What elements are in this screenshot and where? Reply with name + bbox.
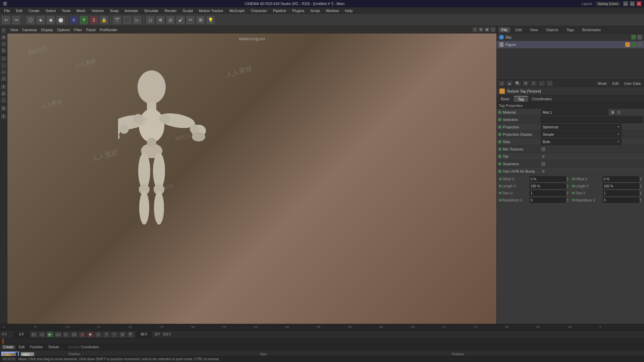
- lt-point[interactable]: ·: [1, 62, 7, 68]
- tl-play-forward[interactable]: ▶: [47, 331, 53, 338]
- mat-tab-create[interactable]: Create: [1, 345, 15, 349]
- offset-u-arrows[interactable]: ▲▼: [567, 177, 569, 181]
- prop-value-side[interactable]: Both: [541, 139, 622, 145]
- tl-record[interactable]: ●: [79, 331, 86, 338]
- length-u-arrows[interactable]: ▲▼: [567, 184, 569, 188]
- vp-prorender[interactable]: ProRender: [100, 28, 117, 32]
- menu-motiontracker[interactable]: Motion Tracker: [196, 8, 226, 13]
- menu-mograph[interactable]: MoGraph: [227, 8, 248, 13]
- menu-plugins[interactable]: Plugins: [289, 8, 307, 13]
- vp-display[interactable]: Display: [41, 28, 53, 32]
- menu-render[interactable]: Render: [162, 8, 179, 13]
- menu-snap[interactable]: Snap: [107, 8, 121, 13]
- prop-value-projection[interactable]: Spherical: [541, 124, 622, 130]
- menu-window[interactable]: Window: [323, 8, 341, 13]
- lt-paint[interactable]: 🖌: [1, 90, 7, 97]
- tl-render-anim[interactable]: P: [127, 331, 134, 338]
- lt-object[interactable]: □: [1, 56, 7, 62]
- new-object-button[interactable]: ⬡: [26, 15, 35, 25]
- tl-motion-path[interactable]: ~: [111, 331, 118, 338]
- menu-create[interactable]: Create: [26, 8, 42, 13]
- lt-polygon[interactable]: ⬡: [1, 76, 7, 82]
- menu-script[interactable]: Script: [308, 8, 322, 13]
- maximize-button[interactable]: □: [630, 1, 635, 6]
- scissor-button[interactable]: ✂: [186, 15, 195, 25]
- vp-fullscreen[interactable]: ⬚: [490, 27, 496, 32]
- playback-button[interactable]: ▷: [132, 15, 142, 25]
- undo-button[interactable]: ↩: [1, 15, 11, 25]
- tl-play-back[interactable]: ◁◁: [55, 331, 61, 338]
- menu-help[interactable]: Help: [342, 8, 356, 13]
- length-v-arrows[interactable]: ▲▼: [640, 184, 642, 188]
- sky-vis-icon[interactable]: [631, 35, 636, 40]
- menu-sculpt[interactable]: Sculpt: [180, 8, 196, 13]
- render-button[interactable]: ◈: [36, 15, 45, 25]
- prop-check-tile[interactable]: ✓: [541, 154, 546, 159]
- minimize-button[interactable]: —: [623, 1, 628, 6]
- tab-view[interactable]: View: [527, 27, 541, 33]
- props-tb-search[interactable]: 🔍: [514, 80, 521, 86]
- sphere-button[interactable]: ◎: [166, 15, 175, 25]
- vp-cameras[interactable]: Cameras: [22, 28, 37, 32]
- lt-special[interactable]: $: [1, 113, 7, 119]
- lt-snap[interactable]: ⊞: [1, 105, 7, 111]
- tiles-v-arrows[interactable]: ▲▼: [640, 191, 642, 195]
- tl-end-frame[interactable]: [137, 332, 152, 337]
- figure-lock-icon[interactable]: [637, 42, 642, 47]
- rep-v-input[interactable]: [603, 197, 639, 203]
- tl-record-key[interactable]: ◇: [95, 331, 102, 338]
- tab-edit[interactable]: Edit: [513, 27, 525, 33]
- film-button[interactable]: 🎬: [112, 15, 122, 25]
- prop-check-mixtex[interactable]: [541, 147, 546, 152]
- mat-tab-edit[interactable]: Edit: [17, 345, 26, 349]
- lt-rotate[interactable]: ↻: [1, 48, 7, 54]
- props-tb-settings[interactable]: ⚙: [522, 80, 529, 86]
- tab-objects[interactable]: Objects: [543, 27, 561, 33]
- props-mode-label[interactable]: Mode: [596, 81, 609, 85]
- props-userdata-label[interactable]: User Data: [622, 81, 643, 85]
- rep-v-arrows[interactable]: ▲▼: [640, 198, 642, 202]
- vp-render-view[interactable]: ◉: [484, 27, 490, 32]
- props-tb-del[interactable]: −: [538, 80, 545, 86]
- tag-tab-basic[interactable]: Basic: [497, 96, 514, 102]
- close-button[interactable]: ✕: [637, 1, 641, 6]
- tl-cache[interactable]: ⊡: [119, 331, 126, 338]
- vp-cam[interactable]: ⊕: [478, 27, 484, 32]
- menu-simulate[interactable]: Simulate: [142, 8, 161, 13]
- props-tb-left[interactable]: ◁: [498, 80, 505, 86]
- paint-button[interactable]: 🖌: [176, 15, 185, 25]
- tl-keyframe[interactable]: ?: [103, 331, 110, 338]
- tab-bookmarks[interactable]: Bookmarks: [580, 27, 603, 33]
- move-button[interactable]: ⊕: [156, 15, 165, 25]
- tag-tab-coordinates[interactable]: Coordinates: [528, 96, 556, 102]
- render-to-picture-button[interactable]: ⬤: [56, 15, 65, 25]
- lt-scale[interactable]: ⤢: [1, 41, 7, 47]
- menu-pipeline[interactable]: Pipeline: [270, 8, 289, 13]
- z-axis-button[interactable]: Z: [89, 15, 99, 25]
- offset-v-arrows[interactable]: ▲▼: [640, 177, 642, 181]
- mat-tab-function[interactable]: Function: [28, 345, 45, 349]
- length-u-input[interactable]: [530, 183, 566, 189]
- rep-u-arrows[interactable]: ▲▼: [567, 198, 569, 202]
- redo-button[interactable]: ↪: [11, 15, 21, 25]
- x-axis-button[interactable]: X: [69, 15, 78, 25]
- vp-expand[interactable]: +: [472, 27, 478, 32]
- lt-sculpt[interactable]: ✦: [1, 84, 7, 90]
- prop-check-seamless[interactable]: [541, 162, 546, 166]
- figure-vis-icon[interactable]: [631, 42, 636, 47]
- tab-tags[interactable]: Tags: [564, 27, 577, 33]
- layout-value[interactable]: Startup (User): [595, 2, 621, 6]
- render-region-button[interactable]: ⬛: [122, 15, 132, 25]
- lt-select[interactable]: ↖: [1, 27, 7, 34]
- tl-step-back[interactable]: ◁: [39, 331, 45, 338]
- obj-row-figure[interactable]: Figure: [497, 41, 644, 48]
- prop-value-selection[interactable]: [541, 117, 643, 123]
- lt-edge[interactable]: —: [1, 69, 7, 75]
- tag-tab-tag[interactable]: Tag: [514, 96, 528, 102]
- menu-file[interactable]: File: [1, 8, 13, 13]
- menu-mesh[interactable]: Mesh: [74, 8, 88, 13]
- select-mode-button[interactable]: ◻: [146, 15, 155, 25]
- sky-lock-icon[interactable]: [637, 35, 642, 40]
- offset-v-input[interactable]: [603, 176, 639, 182]
- tl-record-auto[interactable]: ⏺: [87, 331, 94, 338]
